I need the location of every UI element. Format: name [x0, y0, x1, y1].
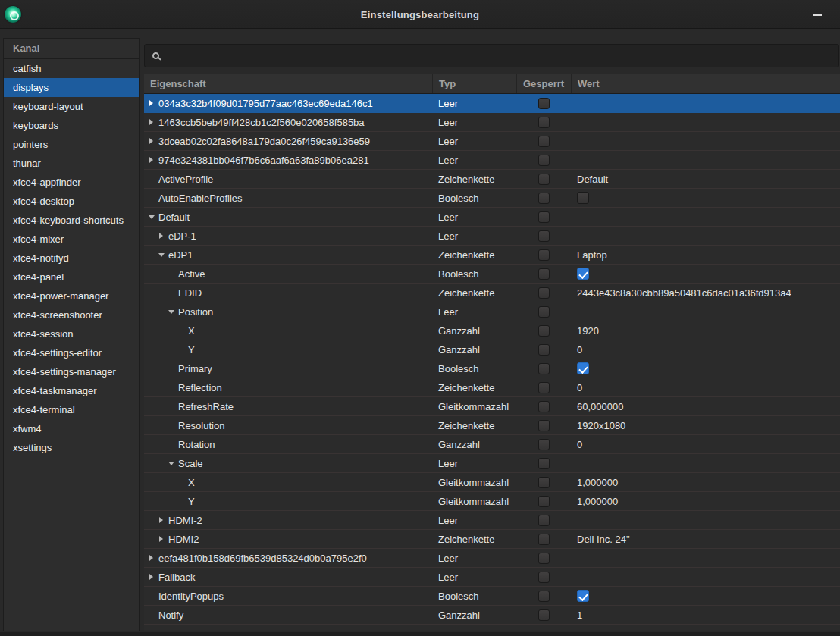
- lock-checkbox[interactable]: [538, 344, 550, 356]
- table-row[interactable]: FallbackLeer: [144, 568, 840, 587]
- lock-checkbox[interactable]: [538, 193, 550, 204]
- sidebar-item-xfce4-settings-editor[interactable]: xfce4-settings-editor: [4, 343, 139, 362]
- lock-checkbox[interactable]: [538, 420, 550, 431]
- table-row[interactable]: eDP-1Leer: [144, 227, 840, 246]
- table-row[interactable]: AutoEnableProfilesBoolesch: [144, 189, 840, 208]
- sidebar-item-xfce4-power-manager[interactable]: xfce4-power-manager: [4, 287, 139, 305]
- sidebar-item-xfce4-appfinder[interactable]: xfce4-appfinder: [4, 173, 139, 192]
- value-checkbox-unchecked[interactable]: [577, 192, 589, 204]
- table-row[interactable]: 1463ccb5beb49ff428cb1c2f560e020658f585ba…: [144, 113, 840, 132]
- sidebar-item-catfish[interactable]: catfish: [4, 59, 139, 78]
- table-row[interactable]: IdentityPopupsBoolesch: [144, 587, 840, 606]
- sidebar-item-xfce4-settings-manager[interactable]: xfce4-settings-manager: [4, 362, 139, 381]
- table-row[interactable]: ResolutionZeichenkette1920x1080: [144, 416, 840, 435]
- sidebar-item-thunar[interactable]: thunar: [4, 154, 139, 173]
- table-row[interactable]: 974e324381bb046f7b6c6aaf6a63fa89b06ea281…: [144, 151, 840, 170]
- sidebar-item-xfce4-desktop[interactable]: xfce4-desktop: [4, 192, 139, 211]
- expander-collapsed-icon[interactable]: [149, 113, 158, 132]
- expander-expanded-icon[interactable]: [168, 454, 178, 473]
- expander-collapsed-icon[interactable]: [158, 530, 168, 549]
- lock-checkbox[interactable]: [538, 363, 550, 374]
- lock-checkbox[interactable]: [538, 534, 550, 545]
- sidebar-item-displays[interactable]: displays: [4, 78, 139, 97]
- table-row[interactable]: DefaultLeer: [144, 208, 840, 227]
- expander-collapsed-icon[interactable]: [158, 511, 168, 530]
- lock-checkbox[interactable]: [538, 458, 550, 469]
- sidebar-item-xfce4-taskmanager[interactable]: xfce4-taskmanager: [4, 381, 139, 400]
- value-checkbox-checked[interactable]: [577, 590, 589, 602]
- search-input[interactable]: [159, 45, 838, 67]
- table-row[interactable]: ReflectionZeichenkette0: [144, 378, 840, 397]
- table-row[interactable]: PrimaryBoolesch: [144, 359, 840, 378]
- table-row[interactable]: ScaleLeer: [144, 454, 840, 473]
- expander-expanded-icon[interactable]: [168, 302, 178, 321]
- lock-checkbox[interactable]: [538, 477, 550, 488]
- lock-checkbox[interactable]: [538, 306, 550, 318]
- expander-collapsed-icon[interactable]: [149, 549, 158, 568]
- table-row[interactable]: XGanzzahl1920: [144, 321, 840, 340]
- channel-column-header[interactable]: Kanal: [4, 39, 139, 59]
- expander-expanded-icon[interactable]: [158, 246, 168, 265]
- table-row[interactable]: HDMI-2Leer: [144, 511, 840, 530]
- lock-checkbox[interactable]: [538, 515, 550, 526]
- table-row[interactable]: RotationGanzzahl0: [144, 435, 840, 454]
- sidebar-item-keyboards[interactable]: keyboards: [4, 116, 139, 135]
- column-header-eigenschaft[interactable]: Eigenschaft: [144, 74, 432, 93]
- lock-checkbox[interactable]: [538, 591, 550, 602]
- lock-checkbox[interactable]: [538, 230, 550, 242]
- lock-checkbox[interactable]: [538, 553, 550, 564]
- table-row[interactable]: 3dceab02c02fa8648a179da0c26f459ca9136e59…: [144, 132, 840, 151]
- lock-checkbox[interactable]: [538, 174, 550, 185]
- table-row[interactable]: EDIDZeichenkette2443e43c8a30cbb89a50481c…: [144, 284, 840, 302]
- lock-checkbox[interactable]: [538, 382, 550, 393]
- expander-expanded-icon[interactable]: [149, 208, 158, 227]
- sidebar-item-xfwm4[interactable]: xfwm4: [4, 419, 139, 438]
- expander-collapsed-icon[interactable]: [158, 227, 168, 246]
- lock-checkbox[interactable]: [538, 249, 550, 261]
- table-row[interactable]: ActiveBoolesch: [144, 265, 840, 284]
- lock-checkbox[interactable]: [538, 572, 550, 583]
- lock-checkbox[interactable]: [538, 155, 550, 166]
- table-row[interactable]: 034a3c32b4f09d01795d77aac463ec69eda146c1…: [144, 94, 840, 113]
- lock-checkbox[interactable]: [538, 325, 550, 337]
- value-checkbox-checked[interactable]: [577, 268, 589, 280]
- lock-checkbox[interactable]: [538, 136, 550, 147]
- table-row[interactable]: XGleitkommazahl1,000000: [144, 473, 840, 492]
- value-checkbox-checked[interactable]: [577, 362, 589, 374]
- lock-checkbox[interactable]: [538, 268, 550, 280]
- sidebar-item-pointers[interactable]: pointers: [4, 135, 139, 154]
- lock-checkbox[interactable]: [538, 401, 550, 412]
- table-row[interactable]: HDMI2ZeichenketteDell Inc. 24": [144, 530, 840, 549]
- table-row[interactable]: PositionLeer: [144, 302, 840, 321]
- expander-collapsed-icon[interactable]: [149, 151, 158, 170]
- sidebar-item-xfce4-keyboard-shortcuts[interactable]: xfce4-keyboard-shortcuts: [4, 211, 139, 230]
- table-row[interactable]: ActiveProfileZeichenketteDefault: [144, 170, 840, 189]
- sidebar-item-xsettings[interactable]: xsettings: [4, 438, 139, 457]
- table-row[interactable]: NotifyGanzzahl1: [144, 606, 840, 625]
- sidebar-item-xfce4-mixer[interactable]: xfce4-mixer: [4, 230, 139, 249]
- sidebar-item-xfce4-panel[interactable]: xfce4-panel: [4, 268, 139, 287]
- lock-checkbox[interactable]: [538, 98, 550, 109]
- sidebar-item-xfce4-terminal[interactable]: xfce4-terminal: [4, 400, 139, 419]
- table-row[interactable]: YGleitkommazahl1,000000: [144, 492, 840, 511]
- table-row[interactable]: eefa481f0b158d69fb6539d85324d0b0a795e2f0…: [144, 549, 840, 568]
- lock-checkbox[interactable]: [538, 439, 550, 450]
- sidebar-item-xfce4-notifyd[interactable]: xfce4-notifyd: [4, 249, 139, 268]
- lock-checkbox[interactable]: [538, 496, 550, 507]
- column-header-gesperrt[interactable]: Gesperrt: [516, 74, 571, 93]
- table-row[interactable]: RefreshRateGleitkommazahl60,000000: [144, 397, 840, 416]
- column-header-typ[interactable]: Typ: [432, 74, 516, 93]
- column-header-wert[interactable]: Wert: [571, 74, 840, 93]
- sidebar-item-keyboard-layout[interactable]: keyboard-layout: [4, 97, 139, 116]
- expander-collapsed-icon[interactable]: [149, 94, 158, 113]
- sidebar-item-xfce4-session[interactable]: xfce4-session: [4, 324, 139, 343]
- lock-checkbox[interactable]: [538, 287, 550, 299]
- expander-collapsed-icon[interactable]: [149, 568, 158, 587]
- expander-collapsed-icon[interactable]: [149, 132, 158, 151]
- sidebar-item-xfce4-screenshooter[interactable]: xfce4-screenshooter: [4, 305, 139, 324]
- lock-checkbox[interactable]: [538, 117, 550, 128]
- table-row[interactable]: eDP1ZeichenketteLaptop: [144, 246, 840, 265]
- minimize-button[interactable]: [808, 0, 826, 29]
- lock-checkbox[interactable]: [538, 211, 550, 223]
- lock-checkbox[interactable]: [538, 609, 550, 621]
